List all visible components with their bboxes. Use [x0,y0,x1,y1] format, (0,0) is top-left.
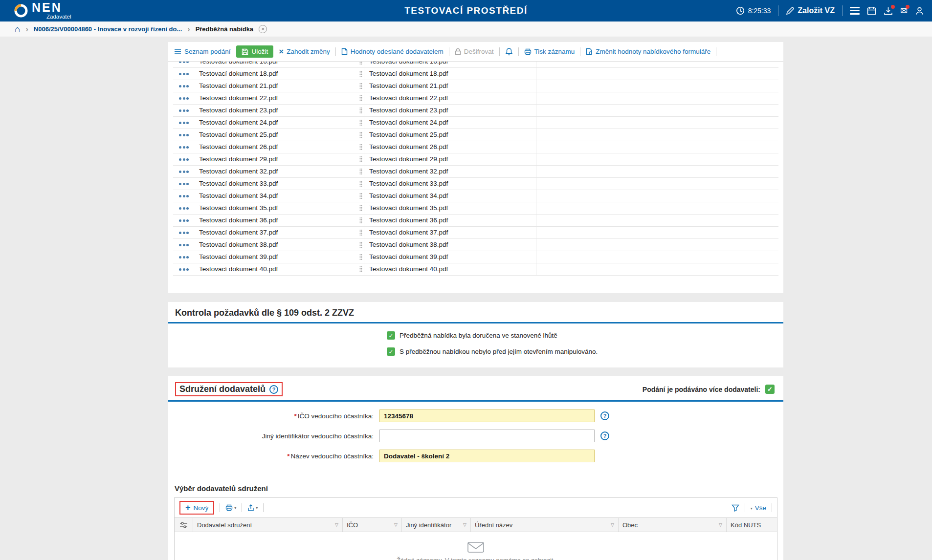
column-filter-icon[interactable]: ▽ [611,522,614,527]
column-filter-icon[interactable]: ▽ [335,522,338,527]
row-options-icon[interactable] [179,195,189,197]
row-options-icon[interactable] [179,219,189,222]
help-icon[interactable]: ? [600,431,609,440]
column-drag-handle-icon[interactable] [359,217,362,224]
grid-column-header[interactable]: Jiný identifikátor▽ [402,518,471,532]
row-options-icon[interactable] [179,146,189,149]
row-options-icon[interactable] [179,62,189,63]
help-icon[interactable]: ? [269,385,278,394]
breadcrumb-procedure[interactable]: N006/25/V00004860 - Inovace v rozvoji ří… [34,25,182,33]
table-row[interactable]: Testovací dokument 21.pdfTestovací dokum… [173,80,778,92]
table-row[interactable]: Testovací dokument 33.pdfTestovací dokum… [173,178,778,190]
column-drag-handle-icon[interactable] [359,95,362,102]
column-drag-handle-icon[interactable] [359,229,362,236]
row-options-icon[interactable] [179,232,189,234]
nen-logo[interactable]: NEN Zadavatel [14,1,71,20]
column-drag-handle-icon[interactable] [359,205,362,212]
table-row[interactable]: Testovací dokument 23.pdfTestovací dokum… [173,105,778,117]
table-row[interactable]: Testovací dokument 16.pdfTestovací dokum… [173,62,778,68]
column-filter-icon[interactable]: ▽ [463,522,466,527]
table-row[interactable]: Testovací dokument 32.pdfTestovací dokum… [173,166,778,178]
row-options-icon[interactable] [179,268,189,271]
table-row[interactable]: Testovací dokument 35.pdfTestovací dokum… [173,202,778,215]
table-row[interactable]: Testovací dokument 25.pdfTestovací dokum… [173,129,778,141]
table-row[interactable]: Testovací dokument 22.pdfTestovací dokum… [173,92,778,105]
column-drag-handle-icon[interactable] [359,70,362,77]
row-options-icon[interactable] [179,256,189,258]
view-all-dropdown[interactable]: ▾ Vše [751,504,766,512]
row-options-icon[interactable] [179,122,189,124]
row-options-icon[interactable] [179,171,189,173]
table-row[interactable]: Testovací dokument 26.pdfTestovací dokum… [173,141,778,153]
grid-column-header[interactable]: Úřední název▽ [471,518,619,532]
column-drag-handle-icon[interactable] [359,241,362,248]
ico-input[interactable] [379,409,595,422]
other-id-input[interactable] [379,430,595,442]
grid-column-header[interactable]: Obec▽ [619,518,727,532]
grid-filter-button[interactable] [732,504,739,512]
column-drag-handle-icon[interactable] [359,62,362,65]
table-row[interactable]: Testovací dokument 34.pdfTestovací dokum… [173,190,778,202]
table-row[interactable]: Testovací dokument 36.pdfTestovací dokum… [173,215,778,227]
row-options-icon[interactable] [179,207,189,210]
decrypt-button[interactable]: Dešifrovat [455,48,494,55]
help-icon[interactable]: ? [600,411,609,420]
create-vz-button[interactable]: Založit VZ [786,6,835,15]
column-drag-handle-icon[interactable] [359,131,362,138]
column-drag-handle-icon[interactable] [359,254,362,260]
name-input[interactable] [379,450,595,462]
divider [263,503,264,512]
supplier-values-button[interactable]: Hodnoty odeslané dodavatelem [341,48,444,55]
column-filter-icon[interactable]: ▽ [394,522,398,527]
print-record-button[interactable]: Tisk záznamu [524,48,575,55]
mail-icon[interactable]: ✉ [900,6,908,15]
row-options-icon[interactable] [179,109,189,112]
column-drag-handle-icon[interactable] [359,119,362,126]
change-form-values-button[interactable]: Změnit hodnoty nabídkového formuláře [586,48,710,55]
column-drag-handle-icon[interactable] [359,156,362,163]
notifications-button[interactable] [505,47,513,56]
new-button-label: Nový [194,504,209,512]
user-icon[interactable] [915,6,924,16]
column-drag-handle-icon[interactable] [359,193,362,199]
column-header-label: IČO [347,521,392,529]
discard-changes-button[interactable]: × Zahodit změny [279,47,330,56]
row-options-icon[interactable] [179,244,189,246]
empty-cell [536,263,778,275]
column-drag-handle-icon[interactable] [359,107,362,114]
row-options-icon[interactable] [179,97,189,100]
table-row[interactable]: Testovací dokument 40.pdfTestovací dokum… [173,263,778,276]
grid-column-header[interactable]: Dodavatel sdružení▽ [193,518,343,532]
row-options-icon[interactable] [179,134,189,136]
column-drag-handle-icon[interactable] [359,180,362,187]
table-row[interactable]: Testovací dokument 38.pdfTestovací dokum… [173,239,778,251]
grid-column-header[interactable]: Kód NUTS [727,518,777,532]
column-drag-handle-icon[interactable] [359,168,362,175]
row-options-icon[interactable] [179,158,189,161]
table-row[interactable]: Testovací dokument 39.pdfTestovací dokum… [173,251,778,263]
table-row[interactable]: Testovací dokument 24.pdfTestovací dokum… [173,117,778,129]
column-filter-icon[interactable]: ▽ [719,522,722,527]
column-drag-handle-icon[interactable] [359,144,362,151]
table-row[interactable]: Testovací dokument 37.pdfTestovací dokum… [173,227,778,239]
grid-export-button[interactable]: ▾ [247,504,258,512]
menu-icon[interactable] [850,7,860,15]
multi-supplier-checkbox[interactable]: ✓ [765,385,775,394]
home-icon[interactable]: ⌂ [15,24,20,34]
save-button[interactable]: Uložit [236,45,274,58]
grid-column-header[interactable]: IČO▽ [343,518,402,532]
grid-settings-icon[interactable] [175,518,193,532]
calendar-icon[interactable] [867,6,876,16]
new-button[interactable]: + Nový [179,501,214,515]
download-icon[interactable] [884,6,893,16]
column-drag-handle-icon[interactable] [359,83,362,89]
table-row[interactable]: Testovací dokument 29.pdfTestovací dokum… [173,153,778,166]
row-options-icon[interactable] [179,73,189,75]
seznam-podani-button[interactable]: Seznam podání [174,48,231,55]
column-drag-handle-icon[interactable] [359,266,362,273]
table-row[interactable]: Testovací dokument 18.pdfTestovací dokum… [173,68,778,80]
grid-print-button[interactable]: ▾ [225,504,236,511]
row-options-icon[interactable] [179,183,189,185]
row-options-icon[interactable] [179,85,189,87]
close-tab-icon[interactable]: × [259,25,267,33]
